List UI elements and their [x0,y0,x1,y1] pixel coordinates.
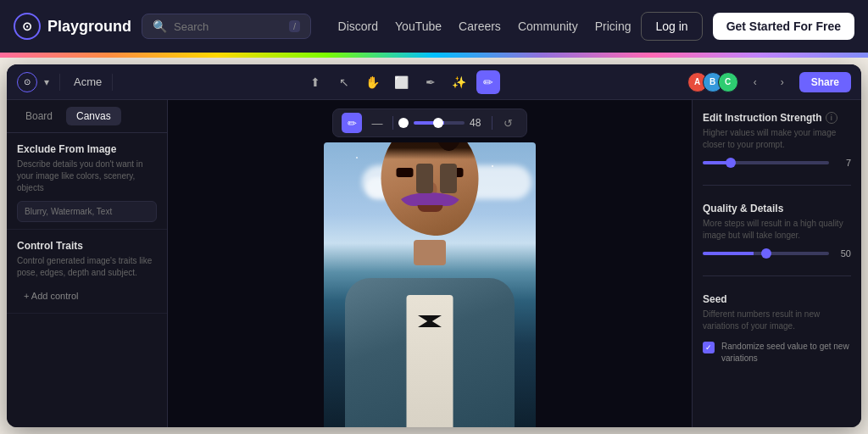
canvas-area[interactable]: ✏ — 48 ↺ [168,100,692,427]
nav-discord[interactable]: Discord [338,19,378,33]
edit-strength-info-icon[interactable]: i [826,112,837,124]
dropdown-arrow: ▾ [44,76,49,88]
canvas-tool-divider [392,116,393,130]
edit-strength-value: 7 [836,158,851,168]
nav-links: Discord YouTube Careers Community Pricin… [338,19,632,33]
edit-strength-section: Edit Instruction Strength i Higher value… [703,112,851,168]
brush-icon[interactable]: ✏ [476,70,500,94]
logo-icon: ⊙ [14,13,41,40]
add-control-button[interactable]: + Add control [17,286,157,306]
control-traits-title: Control Traits [17,240,157,252]
toolbar-right: A B C ‹ › Share [687,72,851,92]
search-bar[interactable]: 🔍 Search / [142,14,311,39]
edit-strength-desc: Higher values will make your image close… [703,127,851,151]
generated-image [324,142,536,427]
pen-icon[interactable]: ✒ [419,70,442,94]
app-container: ⊙ ▾ Acme ⬆ ↖ ✋ ⬜ ✒ ✨ ✏ [0,58,868,434]
cursor-icon[interactable]: ↖ [332,70,356,94]
brand-logo[interactable]: ⊙ Playground [14,13,131,40]
exclude-desc: Describe details you don't want in your … [17,159,157,194]
search-kbd: / [289,20,300,32]
seed-title: Seed [703,293,851,305]
quality-value: 50 [836,248,851,259]
app-logo-icon: ⊙ [17,72,37,92]
search-placeholder: Search [174,20,209,33]
rainbow-stripe [0,53,868,58]
canvas-brush-tool[interactable]: ✏ [342,113,362,133]
tab-canvas[interactable]: Canvas [66,107,121,125]
seed-randomize-row: Randomize seed value to get new variatio… [703,341,851,364]
left-panel: Board Canvas Exclude From Image Describe… [7,100,168,427]
toolbar-tools: ⬆ ↖ ✋ ⬜ ✒ ✨ ✏ [123,70,680,94]
right-panel: Edit Instruction Strength i Higher value… [692,100,861,427]
quality-slider[interactable] [703,252,829,255]
undo-button[interactable]: ‹ [745,72,765,92]
redo-button[interactable]: › [772,72,793,92]
canvas-toolbar: ✏ — 48 ↺ [332,108,527,137]
workspace-dropdown[interactable]: ▾ [44,76,49,88]
edit-strength-slider-container: 7 [703,158,851,168]
seed-desc: Different numbers result in new variatio… [703,309,851,332]
nav-pricing[interactable]: Pricing [595,19,632,33]
edit-strength-title: Edit Instruction Strength i [703,112,851,124]
top-navigation: ⊙ Playground 🔍 Search / Discord YouTube … [0,0,868,53]
quality-desc: More steps will result in a high quality… [703,218,851,242]
avatar-3: C [718,72,738,92]
seed-section: Seed Different numbers result in new var… [703,293,851,364]
control-traits-desc: Control generated image's traits like po… [17,255,157,279]
avatar-group: A B C [687,72,738,92]
canvas-dash-tool[interactable]: — [367,113,387,133]
edit-strength-slider[interactable] [703,161,829,164]
exclude-from-image-section: Exclude From Image Describe details you … [7,133,167,230]
canvas-refresh-button[interactable]: ↺ [498,113,518,133]
project-name: Acme [74,75,102,88]
quality-slider-container: 50 [703,248,851,259]
brand-name: Playground [47,18,131,36]
search-icon: 🔍 [153,19,167,33]
quality-section: Quality & Details More steps will result… [703,203,851,259]
frame-icon[interactable]: ⬜ [390,70,414,94]
upload-icon[interactable]: ⬆ [303,70,327,94]
brush-size-control [398,118,465,128]
app-toolbar: ⊙ ▾ Acme ⬆ ↖ ✋ ⬜ ✒ ✨ ✏ [7,64,861,100]
toolbar-divider-2 [112,74,113,91]
nav-community[interactable]: Community [518,19,578,33]
seed-randomize-label: Randomize seed value to get new variatio… [721,341,851,364]
brush-size-preview [398,118,409,128]
app-window: ⊙ ▾ Acme ⬆ ↖ ✋ ⬜ ✒ ✨ ✏ [7,64,861,427]
right-divider-2 [703,275,851,276]
exclude-input[interactable] [17,201,157,222]
get-started-button[interactable]: Get Started For Free [713,13,854,40]
canvas-divider-2 [492,116,492,130]
seed-randomize-checkbox[interactable] [703,342,715,353]
quality-title: Quality & Details [703,203,851,214]
canvas-image-container [168,100,692,427]
control-traits-section: Control Traits Control generated image's… [7,230,167,314]
brush-size-slider[interactable] [414,121,465,125]
hand-icon[interactable]: ✋ [361,70,385,94]
nav-careers[interactable]: Careers [459,19,501,33]
toolbar-divider-1 [59,74,60,91]
nav-youtube[interactable]: YouTube [395,19,442,33]
panel-tabs: Board Canvas [7,100,167,133]
right-divider-1 [703,185,851,186]
tab-board[interactable]: Board [15,107,63,125]
login-button[interactable]: Log in [641,12,702,41]
brush-size-value: 48 [470,117,487,129]
exclude-title: Exclude From Image [17,143,157,155]
app-body: Board Canvas Exclude From Image Describe… [7,100,861,427]
effects-icon[interactable]: ✨ [448,70,471,94]
share-button[interactable]: Share [799,72,851,92]
